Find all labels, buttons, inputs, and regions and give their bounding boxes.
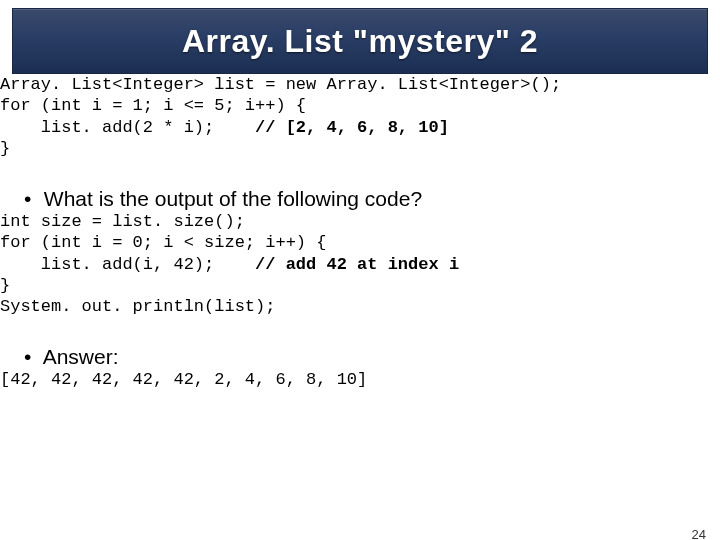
answer-text: [42, 42, 42, 42, 42, 2, 4, 6, 8, 10] [0, 370, 367, 389]
code-line: list. add(i, 42); [0, 255, 255, 274]
bullet-icon: • [24, 345, 38, 369]
answer-label: Answer: [43, 345, 119, 368]
code-line: Array. List<Integer> list = new Array. L… [0, 75, 561, 94]
question-text: What is the output of the following code… [44, 187, 422, 210]
code-line: int size = list. size(); [0, 212, 245, 231]
code-block-setup: Array. List<Integer> list = new Array. L… [0, 74, 720, 159]
answer-line: • Answer: [24, 345, 720, 369]
code-line: for (int i = 1; i <= 5; i++) { [0, 96, 306, 115]
title-bar: Array. List "mystery" 2 [12, 8, 708, 74]
code-line: } [0, 139, 10, 158]
code-line: System. out. println(list); [0, 297, 275, 316]
code-line: } [0, 276, 10, 295]
code-line: for (int i = 0; i < size; i++) { [0, 233, 326, 252]
page-number: 24 [692, 527, 706, 540]
code-line: list. add(2 * i); [0, 118, 255, 137]
slide-title: Array. List "mystery" 2 [182, 23, 538, 60]
code-comment: // [2, 4, 6, 8, 10] [255, 118, 449, 137]
code-block-question: int size = list. size(); for (int i = 0;… [0, 211, 720, 317]
slide: Array. List "mystery" 2 Array. List<Inte… [0, 8, 720, 540]
code-comment: // add 42 at index i [255, 255, 459, 274]
question-line: • What is the output of the following co… [24, 187, 720, 211]
bullet-icon: • [24, 187, 38, 211]
answer-value: [42, 42, 42, 42, 42, 2, 4, 6, 8, 10] [0, 369, 720, 390]
